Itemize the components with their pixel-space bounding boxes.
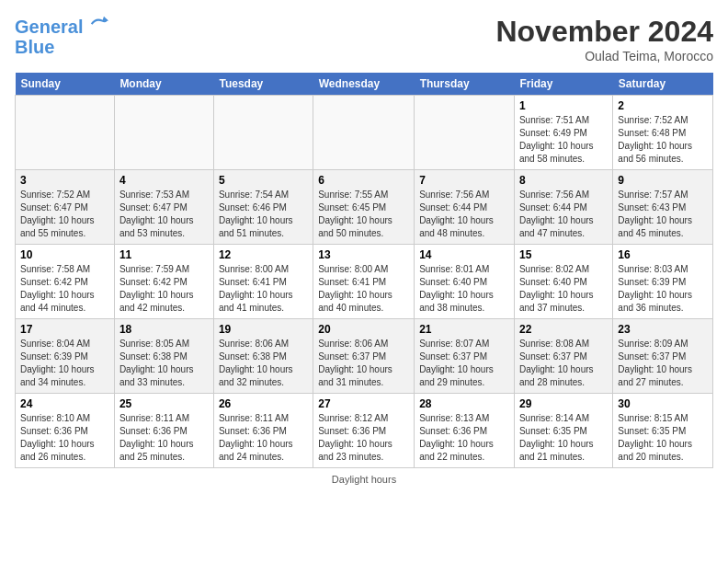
day-number: 16 [618,248,708,261]
day-cell: 28Sunrise: 8:13 AM Sunset: 6:36 PM Dayli… [415,394,515,468]
day-info: Sunrise: 8:01 AM Sunset: 6:40 PM Dayligh… [419,264,494,313]
page-header: General Blue November 2024 Oulad Teima, … [15,15,713,63]
day-info: Sunrise: 7:56 AM Sunset: 6:44 PM Dayligh… [419,190,494,238]
day-number: 26 [219,397,308,410]
day-info: Sunrise: 8:08 AM Sunset: 6:37 PM Dayligh… [519,339,594,387]
day-number: 6 [318,174,409,187]
day-number: 29 [519,397,608,410]
calendar-table: SundayMondayTuesdayWednesdayThursdayFrid… [15,73,713,468]
day-cell: 15Sunrise: 8:02 AM Sunset: 6:40 PM Dayli… [514,245,612,319]
day-info: Sunrise: 8:15 AM Sunset: 6:35 PM Dayligh… [618,413,692,462]
day-cell: 14Sunrise: 8:01 AM Sunset: 6:40 PM Dayli… [415,245,515,319]
weekday-friday: Friday [514,73,612,96]
day-info: Sunrise: 8:12 AM Sunset: 6:36 PM Dayligh… [318,413,392,462]
day-number: 17 [20,323,109,336]
day-number: 8 [519,174,608,187]
logo-general: General [15,17,83,37]
logo-text: General [15,15,108,37]
day-number: 19 [219,323,308,336]
day-cell: 3Sunrise: 7:52 AM Sunset: 6:47 PM Daylig… [16,170,115,245]
day-cell: 2Sunrise: 7:52 AM Sunset: 6:48 PM Daylig… [613,96,713,170]
week-row-2: 3Sunrise: 7:52 AM Sunset: 6:47 PM Daylig… [16,170,713,245]
day-number: 21 [419,323,509,336]
day-number: 12 [219,248,308,261]
day-info: Sunrise: 8:06 AM Sunset: 6:37 PM Dayligh… [318,339,392,387]
day-cell: 8Sunrise: 7:56 AM Sunset: 6:44 PM Daylig… [514,170,612,245]
day-cell [16,96,115,170]
day-cell: 17Sunrise: 8:04 AM Sunset: 6:39 PM Dayli… [16,319,115,394]
day-number: 23 [618,323,708,336]
day-info: Sunrise: 7:52 AM Sunset: 6:47 PM Dayligh… [20,190,95,238]
day-info: Sunrise: 8:02 AM Sunset: 6:40 PM Dayligh… [519,264,594,313]
logo-blue: Blue [15,37,108,57]
week-row-4: 17Sunrise: 8:04 AM Sunset: 6:39 PM Dayli… [16,319,713,394]
day-info: Sunrise: 8:14 AM Sunset: 6:35 PM Dayligh… [519,413,594,462]
day-cell: 26Sunrise: 8:11 AM Sunset: 6:36 PM Dayli… [213,394,313,468]
calendar-header: SundayMondayTuesdayWednesdayThursdayFrid… [16,73,713,96]
logo-icon [90,15,108,33]
weekday-thursday: Thursday [415,73,515,96]
day-cell: 5Sunrise: 7:54 AM Sunset: 6:46 PM Daylig… [213,170,313,245]
day-info: Sunrise: 8:09 AM Sunset: 6:37 PM Dayligh… [618,339,692,387]
day-cell: 21Sunrise: 8:07 AM Sunset: 6:37 PM Dayli… [415,319,515,394]
day-info: Sunrise: 7:55 AM Sunset: 6:45 PM Dayligh… [318,190,392,238]
day-cell [213,96,313,170]
day-cell: 10Sunrise: 7:58 AM Sunset: 6:42 PM Dayli… [16,245,115,319]
day-info: Sunrise: 7:52 AM Sunset: 6:48 PM Dayligh… [618,115,692,164]
day-info: Sunrise: 7:53 AM Sunset: 6:47 PM Dayligh… [119,190,194,238]
day-number: 1 [519,99,608,112]
day-number: 13 [318,248,409,261]
footer-note: Daylight hours [15,474,713,485]
weekday-monday: Monday [114,73,213,96]
weekday-tuesday: Tuesday [213,73,313,96]
day-cell [114,96,213,170]
day-number: 28 [419,397,509,410]
day-number: 5 [219,174,308,187]
weekday-sunday: Sunday [16,73,115,96]
weekday-wednesday: Wednesday [313,73,415,96]
day-cell: 30Sunrise: 8:15 AM Sunset: 6:35 PM Dayli… [613,394,713,468]
month-title: November 2024 [495,15,713,49]
day-cell: 1Sunrise: 7:51 AM Sunset: 6:49 PM Daylig… [514,96,612,170]
day-info: Sunrise: 8:11 AM Sunset: 6:36 PM Dayligh… [119,413,194,462]
day-number: 10 [20,248,109,261]
weekday-header-row: SundayMondayTuesdayWednesdayThursdayFrid… [16,73,713,96]
calendar-body: 1Sunrise: 7:51 AM Sunset: 6:49 PM Daylig… [16,96,713,468]
logo: General Blue [15,15,108,57]
day-cell: 4Sunrise: 7:53 AM Sunset: 6:47 PM Daylig… [114,170,213,245]
day-info: Sunrise: 8:10 AM Sunset: 6:36 PM Dayligh… [20,413,95,462]
day-cell: 13Sunrise: 8:00 AM Sunset: 6:41 PM Dayli… [313,245,415,319]
title-block: November 2024 Oulad Teima, Morocco [495,15,713,63]
day-info: Sunrise: 8:00 AM Sunset: 6:41 PM Dayligh… [219,264,293,313]
day-number: 7 [419,174,509,187]
day-info: Sunrise: 8:11 AM Sunset: 6:36 PM Dayligh… [219,413,293,462]
day-info: Sunrise: 8:03 AM Sunset: 6:39 PM Dayligh… [618,264,692,313]
day-number: 22 [519,323,608,336]
day-cell: 18Sunrise: 8:05 AM Sunset: 6:38 PM Dayli… [114,319,213,394]
day-number: 11 [119,248,209,261]
day-number: 3 [20,174,109,187]
day-number: 4 [119,174,209,187]
day-info: Sunrise: 8:00 AM Sunset: 6:41 PM Dayligh… [318,264,392,313]
day-cell [313,96,415,170]
day-cell: 7Sunrise: 7:56 AM Sunset: 6:44 PM Daylig… [415,170,515,245]
svg-marker-0 [102,17,108,21]
day-info: Sunrise: 8:07 AM Sunset: 6:37 PM Dayligh… [419,339,494,387]
day-info: Sunrise: 8:06 AM Sunset: 6:38 PM Dayligh… [219,339,293,387]
day-info: Sunrise: 8:04 AM Sunset: 6:39 PM Dayligh… [20,339,95,387]
weekday-saturday: Saturday [613,73,713,96]
day-number: 20 [318,323,409,336]
day-info: Sunrise: 7:56 AM Sunset: 6:44 PM Dayligh… [519,190,594,238]
day-cell: 16Sunrise: 8:03 AM Sunset: 6:39 PM Dayli… [613,245,713,319]
day-cell: 6Sunrise: 7:55 AM Sunset: 6:45 PM Daylig… [313,170,415,245]
day-info: Sunrise: 7:57 AM Sunset: 6:43 PM Dayligh… [618,190,692,238]
day-info: Sunrise: 8:13 AM Sunset: 6:36 PM Dayligh… [419,413,494,462]
day-number: 15 [519,248,608,261]
day-info: Sunrise: 7:58 AM Sunset: 6:42 PM Dayligh… [20,264,95,313]
day-number: 14 [419,248,509,261]
day-info: Sunrise: 7:59 AM Sunset: 6:42 PM Dayligh… [119,264,194,313]
day-number: 9 [618,174,708,187]
day-cell: 29Sunrise: 8:14 AM Sunset: 6:35 PM Dayli… [514,394,612,468]
day-cell: 9Sunrise: 7:57 AM Sunset: 6:43 PM Daylig… [613,170,713,245]
day-number: 27 [318,397,409,410]
